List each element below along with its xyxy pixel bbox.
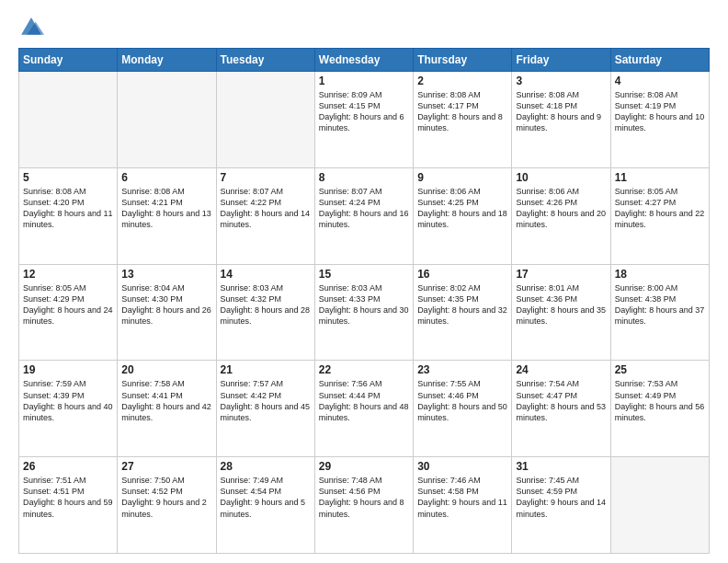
calendar-cell	[610, 457, 709, 554]
day-number: 17	[516, 268, 606, 281]
day-number: 2	[417, 75, 507, 87]
day-info: Sunrise: 7:45 AM Sunset: 4:59 PM Dayligh…	[516, 475, 606, 520]
calendar-cell: 20Sunrise: 7:58 AM Sunset: 4:41 PM Dayli…	[118, 361, 216, 457]
day-number: 23	[417, 363, 507, 376]
calendar-row-5: 26Sunrise: 7:51 AM Sunset: 4:51 PM Dayli…	[19, 457, 710, 554]
day-number: 24	[516, 363, 606, 376]
col-header-saturday: Saturday	[610, 49, 709, 72]
day-info: Sunrise: 8:05 AM Sunset: 4:27 PM Dayligh…	[615, 186, 705, 231]
calendar-cell: 15Sunrise: 8:03 AM Sunset: 4:33 PM Dayli…	[314, 264, 413, 361]
calendar-cell: 1Sunrise: 8:09 AM Sunset: 4:15 PM Daylig…	[314, 72, 413, 168]
day-info: Sunrise: 8:09 AM Sunset: 4:15 PM Dayligh…	[319, 89, 409, 134]
day-number: 15	[319, 268, 409, 281]
day-number: 27	[121, 460, 211, 473]
day-info: Sunrise: 7:50 AM Sunset: 4:52 PM Dayligh…	[121, 475, 211, 520]
col-header-sunday: Sunday	[19, 49, 118, 72]
day-info: Sunrise: 8:07 AM Sunset: 4:24 PM Dayligh…	[319, 186, 409, 231]
day-number: 5	[23, 171, 113, 184]
day-number: 9	[417, 171, 507, 184]
calendar-cell	[118, 72, 216, 168]
day-info: Sunrise: 8:08 AM Sunset: 4:17 PM Dayligh…	[417, 89, 507, 134]
calendar-cell: 26Sunrise: 7:51 AM Sunset: 4:51 PM Dayli…	[19, 457, 118, 554]
day-number: 8	[319, 171, 409, 184]
col-header-tuesday: Tuesday	[216, 49, 314, 72]
day-info: Sunrise: 8:07 AM Sunset: 4:22 PM Dayligh…	[221, 186, 311, 231]
day-number: 13	[121, 268, 211, 281]
calendar-cell: 21Sunrise: 7:57 AM Sunset: 4:42 PM Dayli…	[216, 361, 314, 457]
header	[18, 15, 710, 40]
calendar-cell: 24Sunrise: 7:54 AM Sunset: 4:47 PM Dayli…	[512, 361, 610, 457]
calendar-cell: 9Sunrise: 8:06 AM Sunset: 4:25 PM Daylig…	[414, 167, 512, 264]
calendar-cell: 13Sunrise: 8:04 AM Sunset: 4:30 PM Dayli…	[118, 264, 216, 361]
day-number: 18	[615, 268, 705, 281]
col-header-monday: Monday	[118, 49, 216, 72]
day-info: Sunrise: 7:58 AM Sunset: 4:41 PM Dayligh…	[121, 378, 211, 423]
logo-icon	[18, 15, 44, 40]
day-number: 28	[221, 460, 311, 473]
calendar-cell: 27Sunrise: 7:50 AM Sunset: 4:52 PM Dayli…	[118, 457, 216, 554]
day-info: Sunrise: 7:51 AM Sunset: 4:51 PM Dayligh…	[23, 475, 113, 520]
day-info: Sunrise: 7:57 AM Sunset: 4:42 PM Dayligh…	[221, 378, 311, 423]
calendar-cell: 16Sunrise: 8:02 AM Sunset: 4:35 PM Dayli…	[414, 264, 512, 361]
day-info: Sunrise: 8:04 AM Sunset: 4:30 PM Dayligh…	[121, 282, 211, 327]
calendar-cell: 12Sunrise: 8:05 AM Sunset: 4:29 PM Dayli…	[19, 264, 118, 361]
day-info: Sunrise: 8:02 AM Sunset: 4:35 PM Dayligh…	[417, 282, 507, 327]
day-number: 12	[23, 268, 113, 281]
calendar: SundayMondayTuesdayWednesdayThursdayFrid…	[18, 48, 710, 554]
calendar-header-row: SundayMondayTuesdayWednesdayThursdayFrid…	[19, 49, 710, 72]
day-info: Sunrise: 8:08 AM Sunset: 4:19 PM Dayligh…	[615, 89, 705, 134]
calendar-cell: 29Sunrise: 7:48 AM Sunset: 4:56 PM Dayli…	[314, 457, 413, 554]
calendar-cell: 5Sunrise: 8:08 AM Sunset: 4:20 PM Daylig…	[19, 167, 118, 264]
day-info: Sunrise: 8:08 AM Sunset: 4:20 PM Dayligh…	[23, 186, 113, 231]
day-info: Sunrise: 8:03 AM Sunset: 4:32 PM Dayligh…	[221, 282, 311, 327]
day-info: Sunrise: 8:06 AM Sunset: 4:25 PM Dayligh…	[417, 186, 507, 231]
day-number: 19	[23, 363, 113, 376]
logo	[18, 15, 48, 40]
calendar-row-1: 1Sunrise: 8:09 AM Sunset: 4:15 PM Daylig…	[19, 72, 710, 168]
day-number: 10	[516, 171, 606, 184]
col-header-friday: Friday	[512, 49, 610, 72]
day-number: 6	[121, 171, 211, 184]
day-info: Sunrise: 7:53 AM Sunset: 4:49 PM Dayligh…	[615, 378, 705, 423]
calendar-cell: 6Sunrise: 8:08 AM Sunset: 4:21 PM Daylig…	[118, 167, 216, 264]
day-info: Sunrise: 7:55 AM Sunset: 4:46 PM Dayligh…	[417, 378, 507, 423]
calendar-cell	[19, 72, 118, 168]
day-number: 22	[319, 363, 409, 376]
day-number: 7	[221, 171, 311, 184]
calendar-row-3: 12Sunrise: 8:05 AM Sunset: 4:29 PM Dayli…	[19, 264, 710, 361]
day-number: 26	[23, 460, 113, 473]
day-info: Sunrise: 7:49 AM Sunset: 4:54 PM Dayligh…	[221, 475, 311, 520]
calendar-cell: 10Sunrise: 8:06 AM Sunset: 4:26 PM Dayli…	[512, 167, 610, 264]
day-info: Sunrise: 8:00 AM Sunset: 4:38 PM Dayligh…	[615, 282, 705, 327]
col-header-thursday: Thursday	[414, 49, 512, 72]
day-info: Sunrise: 8:05 AM Sunset: 4:29 PM Dayligh…	[23, 282, 113, 327]
day-info: Sunrise: 7:59 AM Sunset: 4:39 PM Dayligh…	[23, 378, 113, 423]
day-number: 29	[319, 460, 409, 473]
calendar-cell: 30Sunrise: 7:46 AM Sunset: 4:58 PM Dayli…	[414, 457, 512, 554]
calendar-row-2: 5Sunrise: 8:08 AM Sunset: 4:20 PM Daylig…	[19, 167, 710, 264]
calendar-cell	[216, 72, 314, 168]
day-number: 25	[615, 363, 705, 376]
day-number: 4	[615, 75, 705, 87]
calendar-cell: 22Sunrise: 7:56 AM Sunset: 4:44 PM Dayli…	[314, 361, 413, 457]
calendar-cell: 2Sunrise: 8:08 AM Sunset: 4:17 PM Daylig…	[414, 72, 512, 168]
calendar-cell: 17Sunrise: 8:01 AM Sunset: 4:36 PM Dayli…	[512, 264, 610, 361]
calendar-cell: 31Sunrise: 7:45 AM Sunset: 4:59 PM Dayli…	[512, 457, 610, 554]
day-number: 20	[121, 363, 211, 376]
day-number: 30	[417, 460, 507, 473]
day-info: Sunrise: 8:06 AM Sunset: 4:26 PM Dayligh…	[516, 186, 606, 231]
day-info: Sunrise: 7:54 AM Sunset: 4:47 PM Dayligh…	[516, 378, 606, 423]
calendar-cell: 4Sunrise: 8:08 AM Sunset: 4:19 PM Daylig…	[610, 72, 709, 168]
calendar-cell: 3Sunrise: 8:08 AM Sunset: 4:18 PM Daylig…	[512, 72, 610, 168]
day-number: 31	[516, 460, 606, 473]
day-number: 1	[319, 75, 409, 87]
day-number: 14	[221, 268, 311, 281]
calendar-cell: 23Sunrise: 7:55 AM Sunset: 4:46 PM Dayli…	[414, 361, 512, 457]
calendar-cell: 8Sunrise: 8:07 AM Sunset: 4:24 PM Daylig…	[314, 167, 413, 264]
day-info: Sunrise: 7:48 AM Sunset: 4:56 PM Dayligh…	[319, 475, 409, 520]
day-info: Sunrise: 7:56 AM Sunset: 4:44 PM Dayligh…	[319, 378, 409, 423]
day-number: 11	[615, 171, 705, 184]
day-info: Sunrise: 7:46 AM Sunset: 4:58 PM Dayligh…	[417, 475, 507, 520]
day-info: Sunrise: 8:03 AM Sunset: 4:33 PM Dayligh…	[319, 282, 409, 327]
calendar-cell: 28Sunrise: 7:49 AM Sunset: 4:54 PM Dayli…	[216, 457, 314, 554]
